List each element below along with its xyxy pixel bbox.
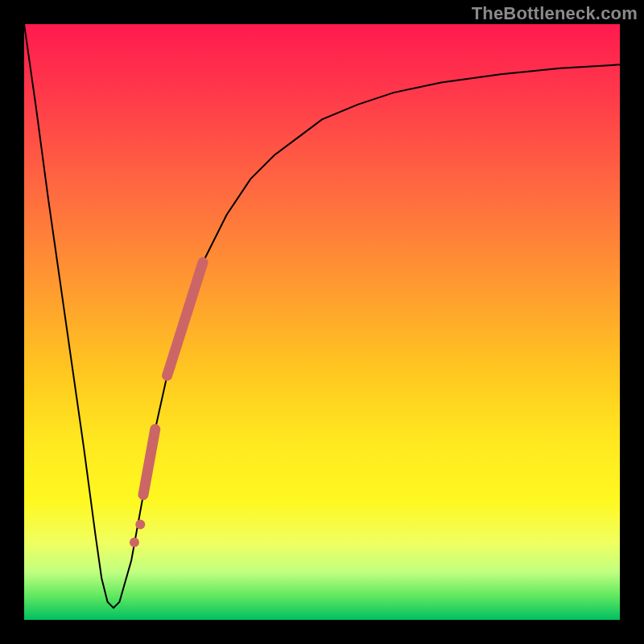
highlight-segment-lower <box>143 429 155 494</box>
bottleneck-curve-path <box>24 24 620 608</box>
highlight-dot-2 <box>135 520 145 530</box>
chart-frame: TheBottleneck.com <box>0 0 644 644</box>
highlight-segment-upper <box>167 262 203 376</box>
bottleneck-curve-svg <box>24 24 620 620</box>
marker-group <box>130 262 203 547</box>
watermark-text: TheBottleneck.com <box>472 3 638 24</box>
plot-area <box>24 24 620 620</box>
highlight-dot-1 <box>130 538 139 547</box>
